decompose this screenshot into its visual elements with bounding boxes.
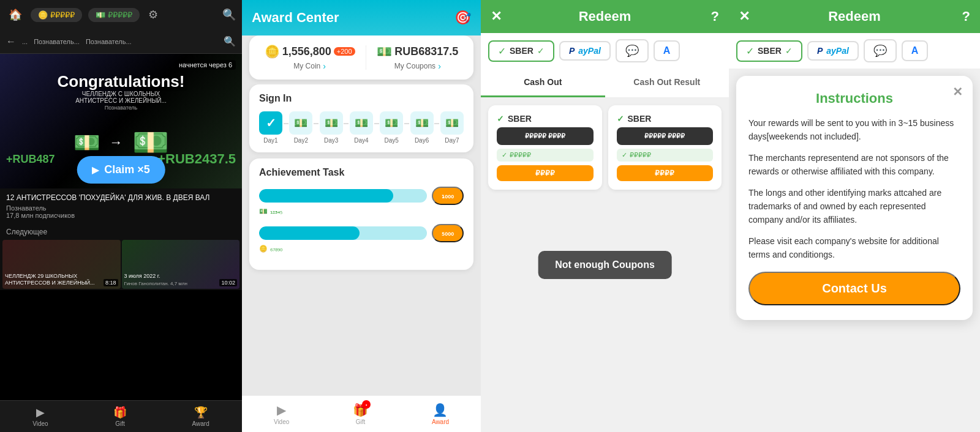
day6-item[interactable]: 💵 Day6	[410, 111, 434, 144]
day1-check-icon: ✓	[266, 116, 276, 130]
connector-1	[284, 123, 288, 124]
day5-label: Day5	[385, 137, 399, 144]
achievement-claim-btn-1[interactable]: ₁₀₀₀	[432, 187, 464, 205]
p4-sber-check-icon: ✓	[785, 46, 793, 56]
panel-youtube: 🏠 🪙 ₽₽₽₽₽ 💵 ₽₽₽₽₽ ⚙ 🔍 ← ... Познаватель.…	[0, 0, 242, 432]
award-center-title: Award Center	[252, 10, 471, 26]
achievement-claim-btn-2[interactable]: ₅₀₀₀	[432, 224, 464, 242]
p2-nav-video[interactable]: ▶ Video	[274, 403, 289, 425]
redeem-close-button[interactable]: ✕	[491, 9, 502, 24]
day1-item[interactable]: ✓ Day1	[259, 111, 282, 144]
p4-alipay-tab[interactable]: A	[902, 40, 929, 61]
instructions-para-3: The longs and other identifying marks at…	[748, 186, 960, 227]
panel4-close-button[interactable]: ✕	[739, 9, 750, 24]
messenger-tab[interactable]: 💬	[616, 39, 649, 62]
panel2-bottom-nav: ▶ Video 🎁 • Gift 👤 Award	[242, 395, 481, 432]
video-title: 12 АНТИСТРЕССОВ 'ПОХУДЕЙКА' ДЛЯ ЖИВ. В Д…	[6, 193, 236, 202]
back-button[interactable]: ←	[6, 36, 16, 47]
thumb1-duration: 8:18	[104, 279, 118, 286]
subs-count: 17,8 млн подписчиков	[6, 212, 236, 219]
next-section-label: Следующее	[0, 224, 242, 239]
sber-card-2[interactable]: ✓ SBER ₽₽₽₽₽ ₽₽₽₽ ✓ ₽₽₽₽₽ ₽₽₽₽	[608, 105, 722, 190]
paypal-tab[interactable]: PayPal	[559, 41, 611, 61]
home-icon[interactable]: 🏠	[6, 6, 24, 24]
panel-redeem: ✕ Redeem ? ✓ SBER ✓ PayPal 💬 A Cash Out …	[481, 0, 729, 432]
day6-money-icon: 💵	[415, 116, 429, 130]
panel2-scroll: Sign In ✓ Day1 💵 Day2	[242, 84, 481, 395]
p2-gift-icon-wrap: 🎁 •	[353, 403, 368, 417]
video-nav-label: Video	[32, 420, 48, 427]
day3-item[interactable]: 💵 Day3	[320, 111, 343, 144]
achievement-bar-bg-1	[259, 189, 427, 203]
sber-card-1-header: ✓ SBER	[497, 114, 594, 124]
panel4-title: Redeem	[828, 9, 881, 24]
coupon-label-row[interactable]: My Coupons ›	[394, 61, 441, 71]
day4-item[interactable]: 💵 Day4	[350, 111, 373, 144]
sber-tab[interactable]: ✓ SBER ✓	[488, 40, 554, 62]
achievement-desc-2: 🪙 ₆₇₈₉₀	[259, 245, 464, 253]
video-nav-text: Познаватель...	[34, 38, 80, 45]
video-area: начнется через 6 Congratulations! ЧЕЛЛЕН…	[0, 54, 242, 188]
p4-paypal-tab[interactable]: PayPal	[807, 41, 859, 61]
cash-out-result-label: Cash Out Result	[633, 77, 700, 87]
video-info: 12 АНТИСТРЕССОВ 'ПОХУДЕЙКА' ДЛЯ ЖИВ. В Д…	[0, 188, 242, 224]
p4-sber-tab-label: SBER	[758, 46, 782, 56]
gift-nav-label: Gift	[115, 420, 125, 427]
bottom-nav-gift[interactable]: 🎁 Gift	[113, 406, 127, 427]
search-icon[interactable]: 🔍	[222, 8, 236, 21]
panel4-help-button[interactable]: ?	[962, 9, 970, 24]
alipay-tab[interactable]: A	[654, 40, 680, 61]
my-coupons-label: My Coupons	[394, 62, 435, 70]
gift-notification-badge: •	[362, 400, 371, 409]
sber-card-2-check: ✓	[617, 114, 624, 124]
achievement-coin-icon-2: 🪙	[259, 245, 268, 253]
panel-instructions: ✕ Redeem ? ✓ SBER ✓ PayPal 💬 A ✕ Instruc…	[729, 0, 980, 432]
redeem-header: ✕ Redeem ?	[481, 0, 729, 33]
instructions-title: Instructions	[748, 91, 960, 106]
connector-4	[374, 123, 379, 124]
award-center-icon[interactable]: 🎯	[454, 10, 471, 26]
day7-item[interactable]: 💵 Day7	[440, 111, 464, 144]
achievement-title: Achievement Task	[259, 167, 464, 178]
bottom-nav-video[interactable]: ▶ Video	[32, 406, 48, 427]
settings-icon[interactable]: ⚙	[148, 8, 158, 21]
day1-container: ✓	[259, 111, 282, 135]
award-nav-label: Award	[192, 420, 209, 427]
claim-button[interactable]: ▶ Claim ×5	[77, 156, 165, 184]
coin-arrow-icon: ›	[323, 61, 326, 71]
day7-money-icon: 💵	[445, 116, 459, 130]
sber-card-2-btn[interactable]: ₽₽₽₽	[617, 165, 714, 181]
cashout-tabs: Cash Out Cash Out Result	[481, 69, 729, 98]
video-thumb-2[interactable]: 3 июля 2022 г. Гинов Ганополитан. 4,7 мл…	[122, 240, 240, 289]
nav-search-icon[interactable]: 🔍	[224, 35, 236, 47]
signin-title: Sign In	[259, 93, 464, 104]
day2-item[interactable]: 💵 Day2	[289, 111, 312, 144]
contact-us-button[interactable]: Contact Us	[748, 272, 960, 305]
p2-award-label: Award	[432, 419, 449, 425]
coin-label-row[interactable]: My Coin ›	[293, 61, 326, 71]
p2-nav-gift[interactable]: 🎁 • Gift	[353, 403, 368, 425]
day2-container: 💵	[289, 111, 312, 135]
panel-award-center: Award Center 🎯 🪙 1,556,800 +200 My Coin …	[242, 0, 481, 432]
bottom-nav-award[interactable]: 🏆 Award	[192, 406, 209, 427]
day3-money-icon: 💵	[325, 116, 338, 130]
instructions-close-button[interactable]: ✕	[952, 84, 963, 99]
day3-label: Day3	[324, 137, 338, 144]
paypal-text-icon: ayPal	[578, 46, 601, 56]
cash-out-tab[interactable]: Cash Out	[481, 69, 605, 97]
cash-value-row: 💵 RUB68317.5	[377, 44, 458, 59]
sber-card-1-btn[interactable]: ₽₽₽₽	[497, 165, 594, 181]
day3-container: 💵	[320, 111, 343, 135]
sber-card-2-sub-text: ₽₽₽₽₽	[630, 151, 651, 159]
day6-label: Day6	[415, 137, 429, 144]
cash-out-result-tab[interactable]: Cash Out Result	[605, 69, 729, 97]
video-thumb-1[interactable]: ЧЕЛЛЕНДЖ 29 ШКОЛЬНЫХ АНТИСТРЕССОВ И ЖЕЛЕ…	[2, 240, 121, 289]
day5-item[interactable]: 💵 Day5	[380, 111, 403, 144]
p4-messenger-tab[interactable]: 💬	[864, 39, 897, 62]
sber-card-1[interactable]: ✓ SBER ₽₽₽₽₽ ₽₽₽₽ ✓ ₽₽₽₽₽ ₽₽₽₽	[488, 105, 602, 190]
p2-nav-award[interactable]: 👤 Award	[432, 403, 449, 425]
coin-value: 1,556,800	[282, 45, 331, 58]
p4-sber-tab[interactable]: ✓ SBER ✓	[736, 40, 802, 62]
day4-label: Day4	[354, 137, 368, 144]
redeem-help-button[interactable]: ?	[711, 9, 719, 24]
